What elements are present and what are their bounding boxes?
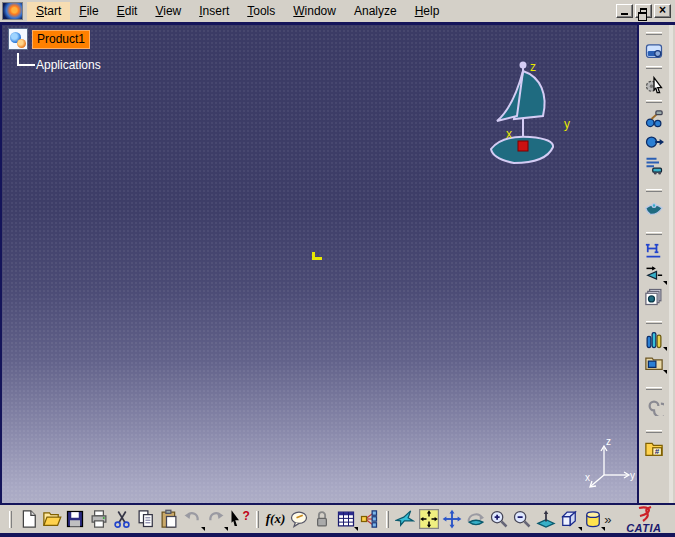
catalog-browser-icon: # [644,439,664,459]
formula-button[interactable]: f(x) [264,508,287,531]
menu-help[interactable]: Help [406,2,449,21]
iso-view-button[interactable] [558,508,581,531]
knowledge-structure-button[interactable] [357,508,380,531]
menu-view[interactable]: View [146,2,190,21]
tree-node-applications[interactable]: Applications [36,58,101,72]
smart-pick-icon [644,75,664,95]
zoom-out-button[interactable] [511,508,534,531]
space-analysis-button[interactable] [642,328,666,351]
rotate-button[interactable] [464,508,487,531]
cut-button[interactable] [111,508,134,531]
zoom-in-button[interactable] [487,508,510,531]
annotations-folder-button[interactable] [642,351,666,374]
comment-button[interactable] [287,508,310,531]
design-table-icon [336,509,356,529]
assembly-hammer-button[interactable] [642,107,666,130]
toolbar-handle[interactable] [386,511,389,528]
surface-dish-button[interactable] [642,196,666,219]
tree-node-product1[interactable]: Product1 [32,30,90,49]
render-style-button[interactable] [581,508,604,531]
menu-edit[interactable]: Edit [108,2,147,21]
save-floppy-icon [65,509,85,529]
iso-view-cube-icon [559,509,579,529]
product-structure-icon [644,155,664,175]
normal-view-button[interactable] [534,508,557,531]
axis-triad: z y x [585,435,637,493]
layers-button[interactable] [642,285,666,308]
compass-anchor[interactable] [518,141,528,151]
app-logo-icon [2,2,23,20]
workbench-button[interactable] [642,39,666,62]
redo-button[interactable] [204,508,227,531]
formula-icon: f(x) [266,511,286,527]
comment-bubble-icon [289,509,309,529]
specification-tree: Product1 Applications [8,28,90,50]
minimize-button[interactable] [616,4,633,18]
triad-z-label: z [606,436,611,447]
applications-swirl-button[interactable] [642,394,666,417]
design-table-button[interactable] [334,508,357,531]
smart-pick-button[interactable] [642,73,666,96]
menu-window[interactable]: Window [284,2,345,21]
new-button[interactable] [17,508,40,531]
space-analysis-icon [644,330,664,350]
3d-viewport[interactable]: Product1 Applications z y x [0,25,637,503]
toolbar-handle[interactable] [646,430,662,433]
cut-scissors-icon [112,509,132,529]
toolbar-handle[interactable] [646,100,662,103]
save-button[interactable] [64,508,87,531]
render-style-cylinder-icon [583,509,603,529]
compass-free-rotation-handle[interactable] [520,62,527,69]
normal-view-icon [536,509,556,529]
copy-button[interactable] [134,508,157,531]
catalog-browser-button[interactable]: # [642,437,666,460]
snap-button[interactable] [642,262,666,285]
3d-compass[interactable]: z y x [484,53,574,168]
close-button[interactable]: × [654,4,671,18]
toolbar-handle[interactable] [646,387,662,390]
bottom-toolbar: ? f(x) [0,503,675,533]
workbench-icon [644,41,664,61]
fly-mode-button[interactable] [394,508,417,531]
paste-button[interactable] [157,508,180,531]
lock-button[interactable] [311,508,334,531]
product-structure-button[interactable] [642,153,666,176]
toolbar-handle[interactable] [256,511,259,528]
menu-analyze[interactable]: Analyze [345,2,406,21]
more-toolbars-chevron[interactable]: » [604,512,610,527]
undo-button[interactable] [181,508,204,531]
open-button[interactable] [40,508,63,531]
knowledge-structure-icon [359,509,379,529]
layers-icon [644,287,664,307]
print-button[interactable] [87,508,110,531]
toolbar-handle[interactable] [646,189,662,192]
copy-icon [136,509,156,529]
catia-window: Start File Edit View Insert Tools Window… [0,0,675,537]
zoom-in-icon [489,509,509,529]
window-controls: × [616,4,671,18]
redo-icon [206,509,226,529]
compass-z-label: z [530,60,536,74]
publish-arrow-button[interactable] [642,130,666,153]
zoom-out-icon [512,509,532,529]
toolbar-handle[interactable] [646,321,662,324]
toolbar-handle[interactable] [646,232,662,235]
right-toolbar: # [637,25,673,503]
fit-all-in-button[interactable] [417,508,440,531]
menu-tools[interactable]: Tools [238,2,284,21]
toolbar-handle[interactable] [9,511,12,528]
fly-airplane-icon [395,509,415,529]
measure-button[interactable] [642,239,666,262]
snap-icon [644,264,664,284]
print-icon [89,509,109,529]
menu-start[interactable]: Start [27,2,70,21]
pan-button[interactable] [441,508,464,531]
menu-file[interactable]: File [70,2,107,21]
window-bottom-edge [0,533,675,537]
restore-button[interactable] [635,4,652,18]
toolbar-handle[interactable] [646,66,662,69]
menu-insert[interactable]: Insert [190,2,238,21]
product-document-icon[interactable] [8,28,28,50]
whats-this-button[interactable]: ? [227,508,250,531]
toolbar-handle[interactable] [646,32,662,35]
